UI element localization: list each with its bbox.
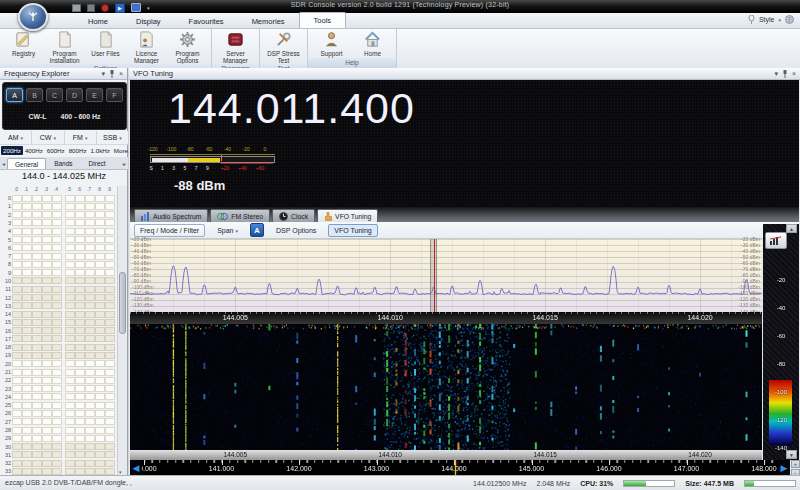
frequency-cell[interactable] (75, 311, 85, 318)
frequency-cell[interactable] (52, 393, 62, 400)
frequency-cell[interactable] (12, 402, 22, 409)
frequency-cell[interactable] (95, 302, 105, 309)
frequency-cell[interactable] (65, 253, 75, 260)
frequency-cell[interactable] (52, 219, 62, 226)
globe-icon[interactable] (785, 15, 794, 24)
frequency-cell[interactable] (32, 385, 42, 392)
frequency-cell[interactable] (32, 319, 42, 326)
close-icon[interactable]: × (119, 70, 123, 77)
frequency-cell[interactable] (85, 261, 95, 268)
frequency-cell[interactable] (65, 311, 75, 318)
view-tab-vfo-tuning[interactable]: VFO Tuning (317, 209, 378, 222)
frequency-cell[interactable] (32, 377, 42, 384)
vfo-button-e[interactable]: E (86, 88, 103, 102)
frequency-cell[interactable] (52, 369, 62, 376)
frequency-cell[interactable] (105, 244, 115, 251)
frequency-cell[interactable] (75, 302, 85, 309)
frequency-cell[interactable] (12, 253, 22, 260)
frequency-cell[interactable] (42, 410, 52, 417)
frequency-cell[interactable] (22, 203, 32, 210)
spectrum-frequency-scale[interactable]: 144.005144.010144.015144.020 (130, 312, 762, 324)
view-tab-fm-stereo[interactable]: FM Stereo (210, 209, 270, 222)
frequency-cell[interactable] (42, 311, 52, 318)
ribbon-button-dsp-stress-test[interactable]: DSP Stress Test (263, 30, 304, 64)
frequency-cell[interactable] (65, 435, 75, 442)
ribbon-tab-tools[interactable]: Tools (299, 12, 347, 28)
play-icon[interactable]: ▶ (115, 3, 125, 13)
vfo-button-f[interactable]: F (106, 88, 123, 102)
frequency-cell[interactable] (105, 302, 115, 309)
frequency-cell[interactable] (95, 319, 105, 326)
frequency-cell[interactable] (32, 269, 42, 276)
frequency-cell[interactable] (42, 460, 52, 467)
frequency-cell[interactable] (105, 352, 115, 359)
frequency-cell[interactable] (22, 327, 32, 334)
frequency-cell[interactable] (85, 228, 95, 235)
frequency-cell[interactable] (22, 344, 32, 351)
frequency-cell[interactable] (12, 244, 22, 251)
frequency-cell[interactable] (95, 418, 105, 425)
frequency-cell[interactable] (95, 410, 105, 417)
frequency-cell[interactable] (42, 352, 52, 359)
frequency-cell[interactable] (75, 369, 85, 376)
frequency-cell[interactable] (42, 195, 52, 202)
frequency-cell[interactable] (12, 219, 22, 226)
frequency-cell[interactable] (52, 468, 62, 475)
mode-menu-am[interactable]: AM▾ (0, 131, 32, 144)
frequency-cell[interactable] (42, 211, 52, 218)
explorer-tab-general[interactable]: General (7, 158, 46, 169)
frequency-cell[interactable] (65, 211, 75, 218)
frequency-cell[interactable] (105, 369, 115, 376)
vfo-a-button[interactable]: A (250, 223, 264, 237)
frequency-cell[interactable] (95, 435, 105, 442)
frequency-cell[interactable] (85, 468, 95, 475)
strip-scroll-up-button[interactable]: ▲ (786, 224, 797, 233)
connect-icon[interactable] (748, 15, 755, 24)
frequency-cell[interactable] (95, 352, 105, 359)
frequency-cell[interactable] (65, 277, 75, 284)
frequency-cell[interactable] (105, 261, 115, 268)
frequency-cell[interactable] (95, 286, 105, 293)
frequency-cell[interactable] (75, 203, 85, 210)
frequency-cell[interactable] (65, 369, 75, 376)
frequency-cell[interactable] (42, 244, 52, 251)
frequency-cell[interactable] (95, 344, 105, 351)
ribbon-tab-favourites[interactable]: Favourites (175, 14, 238, 28)
frequency-cell[interactable] (32, 410, 42, 417)
frequency-cell[interactable] (95, 402, 105, 409)
frequency-cell[interactable] (32, 468, 42, 475)
frequency-cell[interactable] (32, 228, 42, 235)
frequency-cell[interactable] (85, 195, 95, 202)
frequency-cell[interactable] (12, 410, 22, 417)
frequency-cell[interactable] (95, 269, 105, 276)
frequency-cell[interactable] (42, 385, 52, 392)
frequency-cell[interactable] (95, 369, 105, 376)
frequency-cell[interactable] (95, 443, 105, 450)
mode-menu-fm[interactable]: FM▾ (65, 131, 97, 144)
vfo-tuning-header[interactable]: VFO Tuning ▾ × (129, 68, 800, 80)
frequency-cell[interactable] (42, 451, 52, 458)
ribbon-button-user-files[interactable]: User Files (85, 30, 126, 57)
freq-mode-filter-button[interactable]: Freq / Mode / Filter (134, 224, 205, 237)
frequency-cell[interactable] (42, 327, 52, 334)
frequency-cell[interactable] (95, 335, 105, 342)
frequency-cell[interactable] (105, 451, 115, 458)
frequency-cell[interactable] (75, 427, 85, 434)
frequency-cell[interactable] (52, 211, 62, 218)
mode-menu-cw[interactable]: CW▾ (32, 131, 64, 144)
frequency-cell[interactable] (105, 402, 115, 409)
frequency-cell[interactable] (95, 360, 105, 367)
frequency-cell[interactable] (22, 244, 32, 251)
frequency-cell[interactable] (75, 277, 85, 284)
frequency-cell[interactable] (22, 393, 32, 400)
frequency-cell[interactable] (22, 443, 32, 450)
frequency-cell[interactable] (22, 335, 32, 342)
frequency-cell[interactable] (85, 393, 95, 400)
frequency-cell[interactable] (105, 327, 115, 334)
frequency-cell[interactable] (75, 269, 85, 276)
frequency-cell[interactable] (65, 377, 75, 384)
ribbon-button-registry[interactable]: Registry (3, 30, 44, 57)
frequency-cell[interactable] (42, 302, 52, 309)
view-tab-clock[interactable]: Clock (272, 209, 315, 222)
bandwidth-button-1-0khz[interactable]: 1.0kHz (89, 146, 112, 155)
